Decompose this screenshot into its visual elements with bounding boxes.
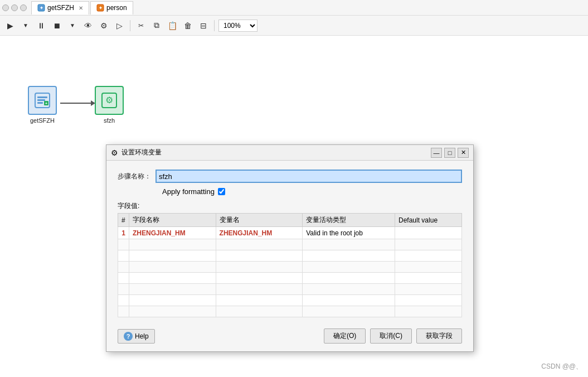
table-row[interactable]	[118, 250, 462, 262]
win-minimize[interactable]	[11, 4, 18, 11]
tab-person-label: person	[106, 4, 127, 12]
pause-button[interactable]: ⏸	[35, 19, 48, 32]
dialog-titlebar: ⚙ 设置环境变量 — □ ✕	[106, 145, 473, 161]
schedule-button[interactable]: ▷	[113, 19, 126, 32]
align-button[interactable]: ⊟	[197, 19, 210, 32]
flow-arrow	[60, 100, 95, 106]
step-name-label: 步骤名称：	[118, 172, 151, 181]
title-bar: ✦ getSFZH ✕ ✦ person	[0, 0, 588, 16]
col-field-name: 字段名称	[129, 214, 216, 227]
cancel-button[interactable]: 取消(C)	[370, 328, 412, 344]
paste-button[interactable]: 📋	[166, 19, 179, 32]
cell-field-1: ZHENGJIAN_HM	[129, 227, 216, 239]
tab-getSFZH-close[interactable]: ✕	[79, 5, 83, 11]
svg-text:⚙: ⚙	[105, 95, 113, 105]
dialog-set-env-var: ⚙ 设置环境变量 — □ ✕ 步骤名称： Apply formatting 字段	[106, 144, 474, 352]
node-getSFZH-box[interactable]: +	[28, 86, 57, 115]
help-button[interactable]: ? Help	[118, 329, 155, 344]
table-row[interactable]: 1 ZHENGJIAN_HM ZHENGJIAN_HM Valid in the…	[118, 227, 462, 239]
toolbar: ▶ ▼ ⏸ ⏹ ▼ 👁 ⚙ ▷ ✂ ⧉ 📋 🗑 ⊟ 100% 50% 75% 1…	[0, 16, 588, 36]
sep1	[130, 20, 130, 31]
svg-rect-7	[37, 102, 43, 104]
table-row[interactable]	[118, 306, 462, 317]
node-getSFZH[interactable]: + getSFZH	[28, 86, 57, 124]
tab-getSFZH[interactable]: ✦ getSFZH ✕	[31, 1, 89, 14]
dialog-title-left: ⚙ 设置环境变量	[111, 148, 162, 157]
col-num: #	[118, 214, 129, 227]
delete-button[interactable]: 🗑	[181, 19, 195, 32]
cell-default-1	[395, 227, 462, 239]
svg-text:✦: ✦	[40, 6, 43, 11]
canvas-area: + getSFZH ⚙ sfzh ⚙ 设置环境变量 — □	[0, 36, 588, 377]
sep2	[214, 20, 215, 31]
cell-activity-1: Valid in the root job	[303, 227, 395, 239]
win-close[interactable]	[2, 4, 9, 11]
dialog-minimize[interactable]: —	[431, 148, 442, 158]
svg-rect-6	[37, 99, 45, 101]
get-fields-button[interactable]: 获取字段	[416, 328, 462, 344]
ok-button[interactable]: 确定(O)	[324, 328, 366, 344]
step-name-input[interactable]	[155, 170, 462, 183]
svg-rect-5	[37, 96, 47, 98]
dialog-title: 设置环境变量	[122, 148, 162, 157]
preview-button[interactable]: 👁	[81, 19, 95, 32]
table-row[interactable]	[118, 262, 462, 273]
tab-getSFZH-icon: ✦	[37, 4, 45, 12]
cut-button[interactable]: ✂	[134, 19, 148, 32]
col-activity-type: 变量活动类型	[303, 214, 395, 227]
table-row[interactable]	[118, 295, 462, 306]
watermark: CSDN @@、	[541, 362, 582, 371]
win-maximize[interactable]	[20, 4, 27, 11]
help-label: Help	[135, 332, 149, 340]
window-controls	[2, 4, 27, 11]
node-sfzh[interactable]: ⚙ sfzh	[95, 86, 124, 124]
dropdown-stop[interactable]: ▼	[66, 19, 79, 32]
step-name-row: 步骤名称：	[118, 170, 462, 183]
cell-num-1: 1	[118, 227, 129, 239]
settings-button[interactable]: ⚙	[97, 19, 110, 32]
node-getSFZH-label: getSFZH	[30, 117, 55, 124]
zoom-select[interactable]: 100% 50% 75% 125% 150%	[218, 20, 257, 32]
table-row[interactable]	[118, 284, 462, 295]
stop-button[interactable]: ⏹	[50, 19, 64, 32]
data-table: # 字段名称 变量名 变量活动类型 Default value 1 ZHENGJ…	[118, 213, 462, 317]
dialog-icon: ⚙	[111, 148, 118, 157]
copy-button[interactable]: ⧉	[150, 19, 163, 32]
dialog-restore[interactable]: □	[444, 148, 455, 158]
help-icon: ?	[124, 332, 133, 341]
dialog-close[interactable]: ✕	[458, 148, 469, 158]
svg-text:✦: ✦	[99, 6, 103, 11]
arrow-line	[60, 103, 91, 104]
apply-formatting-checkbox[interactable]	[218, 188, 225, 195]
cell-var-1: ZHENGJIAN_HM	[216, 227, 303, 239]
table-row[interactable]	[118, 273, 462, 284]
dialog-controls: — □ ✕	[431, 148, 469, 158]
tab-person[interactable]: ✦ person	[90, 1, 133, 14]
dialog-footer: ? Help 确定(O) 取消(C) 获取字段	[106, 323, 473, 351]
apply-formatting-row: Apply formatting	[118, 187, 462, 196]
apply-formatting-label: Apply formatting	[162, 187, 215, 196]
dialog-body: 步骤名称： Apply formatting 字段值: # 字段名称 变量名 变…	[106, 161, 473, 323]
run-dropdown[interactable]: ▼	[19, 19, 32, 32]
table-row[interactable]	[118, 239, 462, 250]
field-values-label: 字段值:	[118, 201, 462, 211]
tab-person-icon: ✦	[96, 4, 104, 12]
svg-text:+: +	[45, 102, 47, 105]
col-default-value: Default value	[395, 214, 462, 227]
node-sfzh-box[interactable]: ⚙	[95, 86, 124, 115]
node-sfzh-label: sfzh	[104, 117, 115, 124]
tab-getSFZH-label: getSFZH	[47, 4, 74, 12]
col-var-name: 变量名	[216, 214, 303, 227]
run-button[interactable]: ▶	[3, 19, 17, 32]
